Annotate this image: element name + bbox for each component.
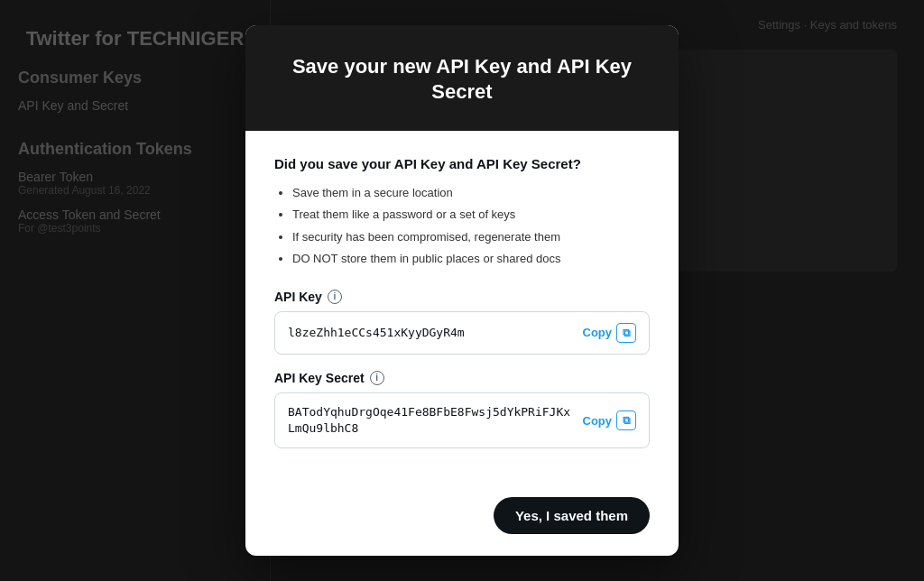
modal-title: Save your new API Key and API Key Secret xyxy=(282,54,642,106)
api-key-copy-label: Copy xyxy=(583,326,613,339)
api-key-copy-icon: ⧉ xyxy=(616,323,636,343)
modal-header: Save your new API Key and API Key Secret xyxy=(245,25,679,131)
api-key-secret-token-box: BATodYqhuDrgOqe41Fe8BFbE8Fwsj5dYkPRiFJKx… xyxy=(274,392,650,448)
modal-overlay: Save your new API Key and API Key Secret… xyxy=(0,0,924,581)
modal-footer: Yes, I saved them xyxy=(245,483,679,556)
api-key-secret-field-label: API Key Secret i xyxy=(274,371,650,385)
api-key-field-section: API Key i l8zeZhh1eCCs451xKyyDGyR4m Copy… xyxy=(274,290,650,355)
api-key-secret-info-icon[interactable]: i xyxy=(370,371,384,385)
api-key-secret-field-section: API Key Secret i BATodYqhuDrgOqe41Fe8BFb… xyxy=(274,371,650,448)
tip-2: Treat them like a password or a set of k… xyxy=(292,206,650,224)
api-key-secret-copy-icon: ⧉ xyxy=(616,410,636,430)
did-you-save-question: Did you save your API Key and API Key Se… xyxy=(274,156,650,171)
tip-3: If security has been compromised, regene… xyxy=(292,228,650,246)
api-key-secret-copy-button[interactable]: Copy ⧉ xyxy=(583,410,637,430)
api-key-info-icon[interactable]: i xyxy=(328,290,342,304)
api-key-secret-value: BATodYqhuDrgOqe41Fe8BFbE8Fwsj5dYkPRiFJKx… xyxy=(288,404,572,437)
modal-dialog: Save your new API Key and API Key Secret… xyxy=(245,25,679,557)
modal-body: Did you save your API Key and API Key Se… xyxy=(245,131,679,483)
save-tips-list: Save them in a secure location Treat the… xyxy=(274,184,650,268)
api-key-token-box: l8zeZhh1eCCs451xKyyDGyR4m Copy ⧉ xyxy=(274,311,650,355)
yes-saved-button[interactable]: Yes, I saved them xyxy=(494,497,650,534)
api-key-value: l8zeZhh1eCCs451xKyyDGyR4m xyxy=(288,325,572,341)
tip-4: DO NOT store them in public places or sh… xyxy=(292,250,650,268)
api-key-field-label: API Key i xyxy=(274,290,650,304)
api-key-secret-copy-label: Copy xyxy=(583,414,613,428)
api-key-copy-button[interactable]: Copy ⧉ xyxy=(583,323,637,343)
tip-1: Save them in a secure location xyxy=(292,184,650,202)
